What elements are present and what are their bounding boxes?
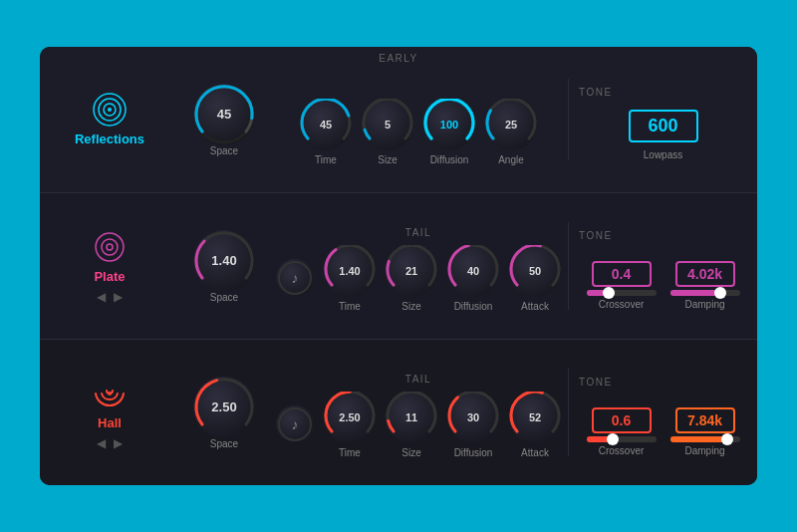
early-diffusion-label: Diffusion bbox=[430, 154, 469, 165]
crossover-display-plate[interactable]: 0.4 bbox=[592, 261, 652, 287]
tone-section-row3: TONE 0.6 Crossover 7.84k bbox=[568, 369, 757, 456]
crossover-hall: 0.6 Crossover bbox=[587, 407, 657, 456]
early-time-value: 45 bbox=[320, 119, 332, 131]
tail-time-knob-plate[interactable]: 1.40 bbox=[324, 245, 376, 297]
early-size-knob[interactable]: 5 bbox=[362, 99, 413, 150]
row-plate: Plate ◀ ▶ 1.40 Space TAIL bbox=[40, 193, 757, 340]
svg-point-6 bbox=[102, 239, 118, 255]
early-label: EARLY bbox=[379, 53, 418, 64]
tone-label-row2: TONE bbox=[579, 230, 613, 241]
tail-time-value-hall: 2.50 bbox=[339, 411, 360, 423]
space-knob-row1[interactable]: 45 bbox=[193, 84, 255, 145]
plugin-panel: Reflections 45 Space EARLY bbox=[40, 47, 757, 485]
tone-sliders-plate: 0.4 Crossover 4.02k bbox=[587, 261, 740, 310]
tail-size-knob-plate[interactable]: 21 bbox=[386, 245, 437, 297]
tail-attack-knob-hall[interactable]: 52 bbox=[509, 392, 561, 443]
plate-next-btn[interactable]: ▶ bbox=[114, 290, 123, 304]
early-diffusion-knob[interactable]: 100 bbox=[423, 99, 475, 150]
damping-label-hall: Damping bbox=[684, 445, 724, 456]
tail-time-label-hall: Time bbox=[339, 447, 361, 458]
tail-section-hall: TAIL ♪ bbox=[269, 368, 568, 458]
tone-lowpass-display[interactable]: 600 bbox=[629, 110, 698, 142]
tail-diffusion-knob-plate[interactable]: 40 bbox=[447, 245, 499, 297]
damping-track-hall[interactable] bbox=[670, 436, 740, 442]
early-knobs-row: 45 Time 5 Size bbox=[300, 99, 537, 165]
space-value-row3: 2.50 bbox=[211, 399, 236, 414]
crossover-plate: 0.4 Crossover bbox=[587, 261, 657, 310]
row-reflections: Reflections 45 Space EARLY bbox=[40, 47, 757, 193]
space-value-row2: 1.40 bbox=[211, 253, 236, 268]
tone-section-row2: TONE 0.4 Crossover 4.02k bbox=[568, 222, 757, 310]
reflections-icon bbox=[92, 92, 128, 128]
tail-size-knob-hall[interactable]: 11 bbox=[386, 392, 437, 443]
damping-plate: 4.02k Damping bbox=[670, 261, 740, 310]
early-size-label: Size bbox=[378, 154, 397, 165]
preset-section-hall: Hall ◀ ▶ bbox=[40, 366, 179, 460]
crossover-label-hall: Crossover bbox=[599, 445, 645, 456]
crossover-label-plate: Crossover bbox=[599, 299, 645, 310]
damping-display-plate[interactable]: 4.02k bbox=[675, 261, 735, 287]
tail-attack-hall: 52 Attack bbox=[509, 392, 561, 458]
tail-note-knob-hall[interactable]: ♪ bbox=[276, 405, 314, 443]
preset-name-plate: Plate bbox=[94, 269, 125, 284]
tail-diffusion-label-plate: Diffusion bbox=[454, 301, 493, 312]
svg-point-8 bbox=[279, 262, 311, 294]
preset-section-reflections: Reflections bbox=[40, 82, 179, 158]
space-knob-row2[interactable]: 1.40 bbox=[193, 230, 255, 292]
space-knob-row3[interactable]: 2.50 bbox=[193, 377, 255, 438]
early-angle: 25 Angle bbox=[485, 99, 537, 165]
early-time-label: Time bbox=[315, 154, 337, 165]
plate-icon bbox=[92, 229, 128, 265]
tail-diffusion-knob-hall[interactable]: 30 bbox=[447, 392, 499, 443]
damping-display-hall[interactable]: 7.84k bbox=[675, 407, 735, 433]
tail-diffusion-plate: 40 Diffusion bbox=[447, 245, 499, 312]
tail-time-knob-hall[interactable]: 2.50 bbox=[324, 392, 376, 443]
tail-attack-knob-plate[interactable]: 50 bbox=[509, 245, 561, 297]
damping-hall: 7.84k Damping bbox=[670, 407, 740, 456]
tail-attack-value-hall: 52 bbox=[529, 411, 541, 423]
tail-attack-label-plate: Attack bbox=[521, 301, 549, 312]
space-section-row1: 45 Space bbox=[179, 84, 269, 156]
tone-label-row1: TONE bbox=[579, 87, 613, 98]
plate-prev-btn[interactable]: ◀ bbox=[97, 290, 106, 304]
early-angle-knob[interactable]: 25 bbox=[485, 99, 537, 150]
svg-point-9 bbox=[108, 392, 112, 396]
hall-prev-btn[interactable]: ◀ bbox=[97, 436, 106, 450]
tail-diffusion-value-plate: 40 bbox=[467, 265, 479, 277]
hall-next-btn[interactable]: ▶ bbox=[114, 436, 123, 450]
tail-knobs-row-hall: ♪ 2.50 Time bbox=[276, 392, 561, 458]
early-time: 45 Time bbox=[300, 99, 352, 165]
preset-name-hall: Hall bbox=[98, 415, 122, 430]
early-angle-value: 25 bbox=[505, 119, 517, 131]
crossover-display-hall[interactable]: 0.6 bbox=[592, 407, 652, 433]
svg-point-7 bbox=[107, 244, 113, 250]
tail-time-plate: ♪ bbox=[276, 259, 314, 297]
tail-attack-label-hall: Attack bbox=[521, 447, 549, 458]
early-size: 5 Size bbox=[362, 99, 413, 165]
space-label-row3: Space bbox=[210, 438, 238, 449]
crossover-track-plate[interactable] bbox=[587, 290, 657, 296]
tone-lowpass-label: Lowpass bbox=[644, 149, 682, 160]
svg-point-10 bbox=[279, 408, 311, 440]
row-hall: Hall ◀ ▶ 2.50 Space TAIL bbox=[40, 340, 757, 485]
tail-diffusion-label-hall: Diffusion bbox=[454, 447, 493, 458]
tail-note-hall: ♪ bbox=[276, 405, 314, 443]
tail-size-value-plate: 21 bbox=[405, 265, 417, 277]
tail-size-label-hall: Size bbox=[401, 447, 420, 458]
tone-section-row1: TONE 600 Lowpass bbox=[568, 79, 757, 160]
damping-track-plate[interactable] bbox=[670, 290, 740, 296]
damping-label-plate: Damping bbox=[684, 299, 724, 310]
tail-note-knob-plate[interactable]: ♪ bbox=[276, 259, 314, 297]
tail-time-hall: 2.50 Time bbox=[324, 392, 376, 458]
early-diffusion-value: 100 bbox=[440, 119, 458, 131]
tail-knobs-row-plate: ♪ 1.40 Time bbox=[276, 245, 561, 312]
early-time-knob[interactable]: 45 bbox=[300, 99, 352, 150]
tail-size-value-hall: 11 bbox=[405, 411, 417, 423]
early-size-value: 5 bbox=[385, 119, 391, 131]
crossover-track-hall[interactable] bbox=[587, 436, 657, 442]
tone-sliders-hall: 0.6 Crossover 7.84k bbox=[587, 407, 740, 456]
preset-section-plate: Plate ◀ ▶ bbox=[40, 219, 179, 314]
tail-diffusion-hall: 30 Diffusion bbox=[447, 392, 499, 458]
plate-arrows: ◀ ▶ bbox=[97, 290, 123, 304]
space-section-row3: 2.50 Space bbox=[179, 377, 269, 449]
